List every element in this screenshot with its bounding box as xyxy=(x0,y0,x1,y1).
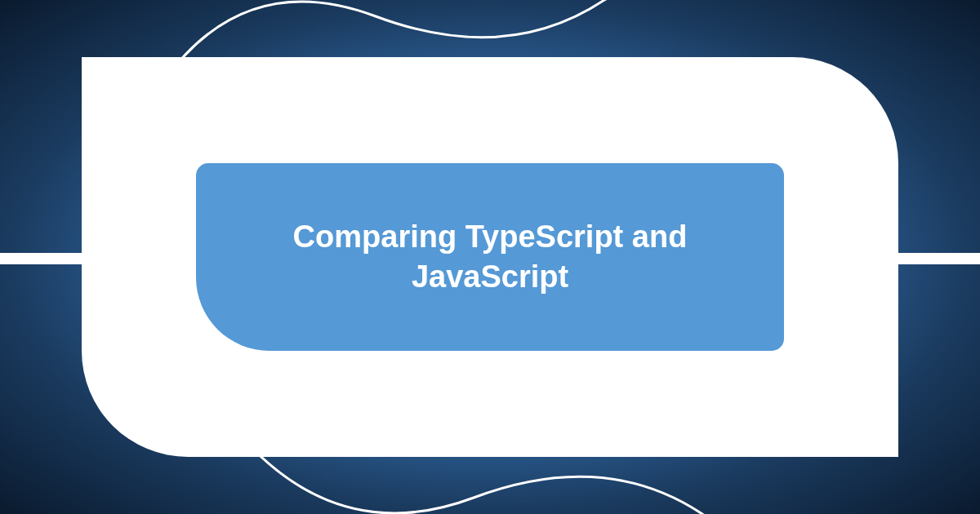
banner-title: Comparing TypeScript and JavaScript xyxy=(229,217,751,298)
title-panel: Comparing TypeScript and JavaScript xyxy=(196,163,784,351)
decorative-line-left xyxy=(0,253,82,264)
decorative-line-right xyxy=(898,253,980,264)
